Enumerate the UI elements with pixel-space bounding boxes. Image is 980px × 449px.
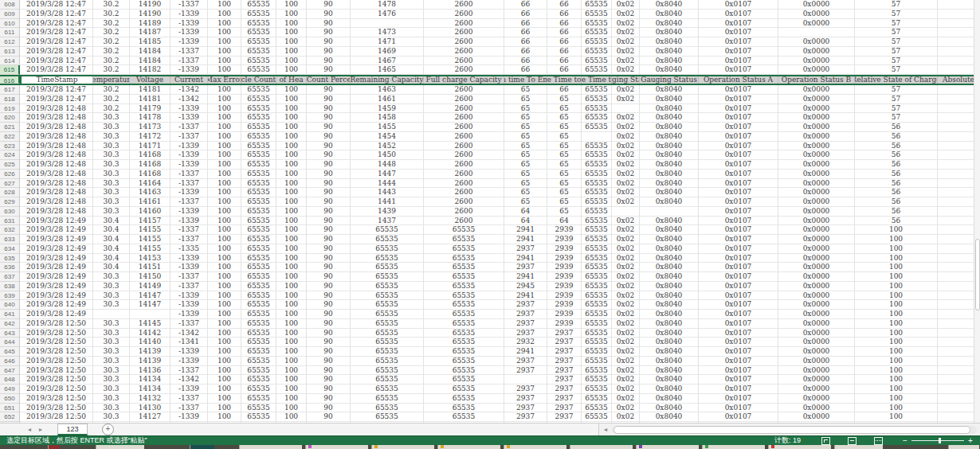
cell[interactable]: 30.4: [93, 235, 130, 244]
cell[interactable]: 0x8040: [640, 375, 699, 385]
cell[interactable]: 2600: [424, 207, 504, 217]
cell[interactable]: 90: [307, 310, 351, 319]
cell[interactable]: 0x8040: [640, 188, 699, 197]
cell[interactable]: 66: [504, 57, 547, 66]
cell[interactable]: -1337: [171, 197, 208, 207]
cell[interactable]: 100: [276, 329, 307, 338]
cell[interactable]: 0x02: [612, 113, 640, 123]
cell[interactable]: 100: [276, 0, 307, 10]
cell[interactable]: 0x8040: [640, 57, 699, 66]
cell[interactable]: 0x0107: [699, 329, 778, 338]
cell[interactable]: 90: [307, 375, 351, 385]
cell[interactable]: 65535: [582, 37, 612, 47]
column-header[interactable]: of Hea: [276, 76, 307, 84]
taskbar-app-button[interactable]: [239, 445, 302, 449]
cell[interactable]: 65535: [351, 347, 424, 357]
taskbar-app-button[interactable]: [948, 445, 979, 449]
cell[interactable]: 14164: [130, 179, 171, 189]
row-number[interactable]: 635: [0, 254, 20, 264]
cell[interactable]: 90: [307, 366, 351, 376]
sheet-tab-123[interactable]: 123: [57, 424, 88, 435]
cell[interactable]: 0x8040: [640, 347, 699, 357]
cell[interactable]: 0x02: [612, 319, 640, 329]
cell[interactable]: 100: [208, 85, 241, 95]
cell[interactable]: 65535: [424, 366, 504, 376]
cell[interactable]: 0x8040: [640, 150, 699, 160]
cell[interactable]: 14155: [130, 225, 171, 235]
cell[interactable]: 65535: [424, 244, 504, 254]
cell[interactable]: 65535: [241, 197, 276, 207]
cell[interactable]: 2600: [424, 19, 504, 29]
cell[interactable]: [351, 19, 424, 29]
cell[interactable]: 0x0000: [778, 319, 855, 329]
cell[interactable]: 2019/3/28 12:50: [20, 366, 93, 376]
cell[interactable]: 65535: [241, 104, 276, 114]
cell[interactable]: 1459: [351, 104, 424, 114]
cell[interactable]: 0x0107: [699, 28, 778, 37]
cell[interactable]: 0x8040: [640, 338, 699, 347]
cell[interactable]: 65535: [424, 300, 504, 310]
cell[interactable]: 0x02: [612, 132, 640, 142]
cell[interactable]: 65: [547, 207, 582, 217]
cell[interactable]: -1339: [171, 357, 208, 366]
cell[interactable]: 66: [504, 47, 547, 57]
cell[interactable]: 66: [547, 28, 582, 37]
cell[interactable]: 2600: [424, 57, 504, 66]
cell[interactable]: 100: [276, 291, 307, 301]
cell[interactable]: 100: [208, 95, 241, 104]
cell[interactable]: 65535: [351, 338, 424, 347]
cell[interactable]: 0x0000: [778, 235, 855, 244]
cell[interactable]: 2937: [504, 366, 547, 376]
cell[interactable]: 14150: [130, 272, 171, 282]
cell[interactable]: 65535: [241, 366, 276, 376]
cell[interactable]: 30.4: [93, 244, 130, 254]
cell[interactable]: 100: [276, 57, 307, 66]
cell[interactable]: 30.3: [93, 357, 130, 366]
row-number[interactable]: 648: [0, 375, 20, 385]
cell[interactable]: 14168: [130, 150, 171, 160]
cell[interactable]: -1339: [171, 10, 208, 19]
row-number[interactable]: 637: [0, 272, 20, 282]
cell[interactable]: 2019/3/28 12:47: [20, 0, 93, 10]
column-header[interactable]: Max Error: [208, 76, 241, 84]
cell[interactable]: 65535: [424, 412, 504, 422]
cell[interactable]: 0x8040: [640, 272, 699, 282]
cell[interactable]: 65535: [582, 85, 612, 95]
cell[interactable]: 65535: [241, 28, 276, 37]
cell[interactable]: 30.3: [93, 123, 130, 132]
cell[interactable]: 0x0000: [778, 263, 855, 272]
cell[interactable]: 0x02: [612, 150, 640, 160]
cell[interactable]: 0x0107: [699, 225, 778, 235]
cell[interactable]: 0x0107: [699, 375, 778, 385]
cell[interactable]: 0x0107: [699, 188, 778, 197]
cell[interactable]: 65535: [241, 412, 276, 422]
cell[interactable]: 0x8040: [640, 19, 699, 29]
cell[interactable]: 0x8040: [640, 404, 699, 413]
cell[interactable]: 65535: [582, 113, 612, 123]
cell[interactable]: 2019/3/28 12:47: [20, 37, 93, 47]
cell[interactable]: -1339: [171, 291, 208, 301]
cell[interactable]: 65: [504, 95, 547, 104]
cell[interactable]: 14190: [130, 0, 171, 10]
cell[interactable]: 14132: [130, 394, 171, 404]
cell[interactable]: 65: [547, 123, 582, 132]
cell[interactable]: 65535: [351, 291, 424, 301]
cell[interactable]: 65535: [424, 225, 504, 235]
row-number[interactable]: 619: [0, 104, 20, 114]
cell[interactable]: 66: [504, 28, 547, 37]
cell[interactable]: 14178: [130, 113, 171, 123]
cell[interactable]: 56: [855, 132, 938, 142]
cell[interactable]: 1455: [351, 123, 424, 132]
cell[interactable]: 14181: [130, 85, 171, 95]
cell[interactable]: 65535: [241, 357, 276, 366]
cell[interactable]: 14168: [130, 160, 171, 170]
cell[interactable]: -1339: [171, 19, 208, 29]
cell[interactable]: 65535: [582, 291, 612, 301]
cell[interactable]: 0x0107: [699, 95, 778, 104]
cell[interactable]: 0x8040: [640, 37, 699, 47]
cell[interactable]: 66: [547, 0, 582, 10]
cell[interactable]: 65535: [582, 170, 612, 179]
row-number[interactable]: 621: [0, 123, 20, 132]
cell[interactable]: 14189: [130, 19, 171, 29]
cell[interactable]: 2600: [424, 0, 504, 10]
